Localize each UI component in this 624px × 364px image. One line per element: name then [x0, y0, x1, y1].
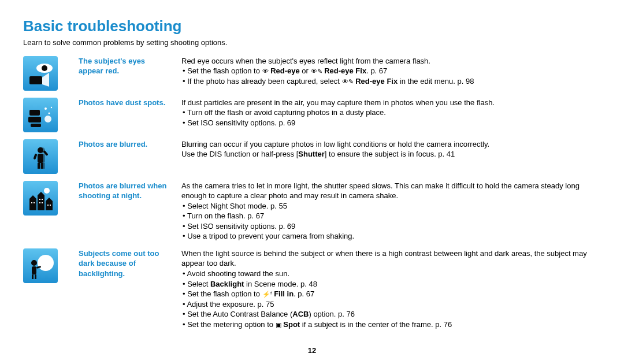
svg-rect-32 [39, 202, 40, 203]
item-desc: Red eye occurs when the subject's eyes r… [181, 56, 601, 87]
svg-rect-40 [35, 274, 36, 279]
item-label: Photos are blurred. [79, 139, 171, 150]
svg-point-8 [49, 112, 50, 114]
eye-flash-icon [23, 56, 58, 91]
svg-rect-30 [39, 199, 40, 200]
item-bullets: Turn off the flash or avoid capturing ph… [181, 107, 601, 128]
svg-rect-33 [42, 202, 43, 203]
item-desc: If dust particles are present in the air… [181, 98, 601, 128]
svg-rect-34 [47, 205, 49, 206]
svg-point-21 [44, 188, 50, 194]
svg-point-15 [38, 147, 43, 153]
svg-rect-2 [29, 76, 42, 84]
item-label: Photos are blurred when shooting at nigh… [79, 181, 171, 201]
svg-marker-27 [46, 198, 53, 201]
svg-point-9 [51, 106, 52, 107]
item-bullets: Select Night Shot mode. p. 55 Turn on th… [181, 201, 601, 242]
list-item: Photos are blurred when shooting at nigh… [23, 181, 601, 242]
intro-text: Learn to solve common problems by settin… [23, 38, 601, 48]
item-bullets: Avoid shooting toward the sun. Select Ba… [181, 269, 601, 329]
svg-rect-5 [28, 117, 41, 122]
svg-rect-38 [32, 266, 36, 274]
svg-marker-3 [42, 73, 49, 87]
item-label: The subject's eyes appear red. [79, 56, 171, 76]
svg-marker-26 [38, 192, 44, 195]
backlight-icon [23, 248, 58, 283]
svg-point-7 [44, 107, 47, 110]
item-desc: When the light source is behind the subj… [181, 248, 601, 329]
dust-icon [23, 98, 58, 132]
svg-point-1 [42, 65, 47, 71]
svg-point-37 [31, 260, 37, 266]
list-item: The subject's eyes appear red. Red eye o… [23, 56, 601, 91]
item-bullets: Set the flash option to 👁 Red-eye or 👁✎ … [181, 66, 601, 86]
item-desc: As the camera tries to let in more light… [181, 181, 601, 242]
svg-rect-28 [31, 202, 32, 203]
item-label: Subjects come out too dark because of ba… [79, 248, 171, 279]
troubleshoot-list: The subject's eyes appear red. Red eye o… [23, 56, 601, 337]
svg-rect-35 [50, 205, 51, 206]
page-title: Basic troubleshooting [23, 16, 601, 36]
svg-rect-6 [31, 124, 41, 127]
svg-rect-23 [38, 195, 44, 210]
list-item: Subjects come out too dark because of ba… [23, 248, 601, 329]
page-number: 12 [0, 346, 624, 356]
svg-rect-18 [41, 163, 43, 169]
svg-marker-25 [29, 195, 36, 199]
list-item: Photos have dust spots. If dust particle… [23, 98, 601, 132]
svg-rect-22 [29, 199, 36, 210]
svg-rect-24 [46, 201, 53, 210]
svg-rect-19 [33, 153, 37, 159]
svg-rect-39 [32, 274, 34, 279]
svg-rect-16 [38, 154, 43, 163]
svg-rect-17 [38, 163, 40, 169]
blur-person-icon [23, 139, 58, 174]
svg-rect-31 [42, 199, 43, 200]
svg-rect-29 [34, 202, 35, 203]
svg-point-10 [44, 116, 51, 122]
item-label: Photos have dust spots. [79, 98, 171, 108]
item-desc: Blurring can occur if you capture photos… [181, 139, 601, 159]
svg-point-36 [38, 255, 54, 271]
list-item: Photos are blurred. Blurring can occur i… [23, 139, 601, 174]
night-city-icon [23, 181, 58, 216]
svg-rect-4 [29, 110, 40, 116]
